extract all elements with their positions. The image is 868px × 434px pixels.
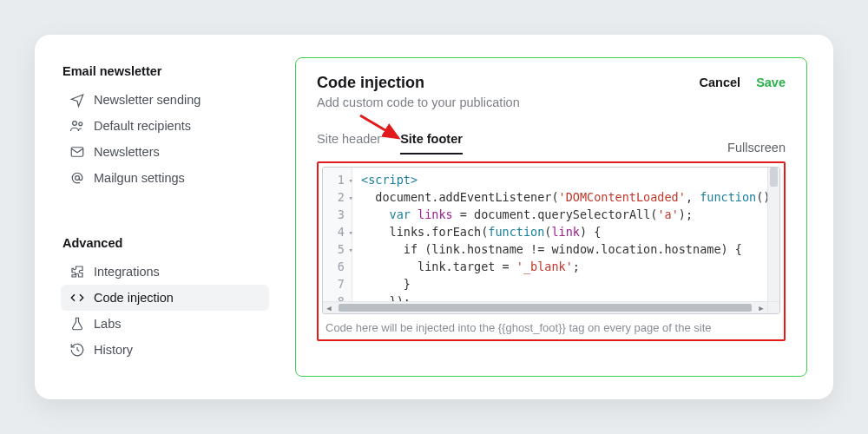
save-button[interactable]: Save (756, 76, 786, 89)
code-editor[interactable]: 1 2 3 4 5 6 7 8 <script> document.addEve… (322, 167, 780, 314)
code-token: }); (361, 294, 411, 301)
line-number: 2 (328, 188, 345, 206)
code-token: function (700, 190, 756, 204)
code-token: 'a' (657, 207, 678, 221)
panel-subtitle: Add custom code to your publication (317, 95, 520, 109)
scrollbar-corner (767, 301, 779, 313)
tabs: Site header Site footer (317, 132, 463, 155)
code-injection-panel: Code injection Add custom code to your p… (295, 57, 807, 377)
sidebar: Email newsletter Newsletter sending Defa… (61, 57, 269, 377)
code-token: '_blank' (516, 260, 573, 273)
code-token (411, 207, 418, 221)
sidebar-item-label: History (94, 343, 133, 357)
cancel-button[interactable]: Cancel (700, 76, 741, 89)
sidebar-item-label: Newsletters (94, 145, 160, 159)
svg-rect-2 (71, 148, 83, 157)
scroll-right-icon[interactable]: ▶ (755, 302, 767, 313)
sidebar-item-label: Mailgun settings (94, 171, 185, 185)
flask-icon (69, 316, 85, 332)
settings-window: Email newsletter Newsletter sending Defa… (35, 35, 833, 399)
sidebar-item-label: Default recipients (94, 119, 191, 133)
svg-point-1 (79, 122, 82, 126)
code-token: 'DOMContentLoaded' (559, 190, 686, 204)
code-token: links.forEach( (361, 225, 488, 239)
code-token: = document.querySelectorAll( (453, 207, 658, 221)
sidebar-item-integrations[interactable]: Integrations (61, 259, 269, 285)
line-number: 5 (328, 240, 345, 258)
sidebar-item-history[interactable]: History (61, 337, 269, 363)
code-token: ; (573, 260, 580, 273)
line-number: 8 (328, 293, 345, 301)
tab-site-footer[interactable]: Site footer (400, 132, 463, 155)
code-token: if (link.hostname != window.location.hos… (361, 242, 742, 256)
envelope-icon (69, 144, 85, 160)
sidebar-item-newsletters[interactable]: Newsletters (61, 139, 269, 165)
code-icon (69, 290, 85, 306)
sidebar-item-mailgun[interactable]: Mailgun settings (61, 165, 269, 191)
fullscreen-button[interactable]: Fullscreen (727, 141, 786, 155)
code-content[interactable]: <script> document.addEventListener('DOMC… (352, 168, 779, 301)
line-number: 1 (328, 171, 345, 188)
sidebar-item-newsletter-sending[interactable]: Newsletter sending (61, 87, 269, 113)
line-gutter: 1 2 3 4 5 6 7 8 (323, 168, 352, 301)
svg-point-0 (73, 122, 77, 126)
vertical-scrollbar[interactable] (767, 168, 779, 301)
at-icon (69, 170, 85, 186)
sidebar-item-labs[interactable]: Labs (61, 311, 269, 337)
panel-title: Code injection (317, 74, 520, 92)
editor-help-text: Code here will be injected into the {{gh… (319, 314, 784, 339)
scrollbar-thumb[interactable] (770, 168, 778, 187)
panel-header: Code injection Add custom code to your p… (317, 74, 786, 109)
section-title-advanced: Advanced (62, 236, 269, 250)
code-token: ); (679, 207, 693, 221)
line-number: 3 (328, 206, 345, 223)
scroll-left-icon[interactable]: ◀ (323, 302, 335, 313)
line-number: 6 (328, 258, 345, 275)
sidebar-item-label: Integrations (94, 265, 160, 279)
code-token: var (390, 207, 411, 221)
line-number: 4 (328, 223, 345, 240)
code-token: ) { (580, 225, 601, 239)
editor-highlight: 1 2 3 4 5 6 7 8 <script> document.addEve… (317, 161, 786, 341)
tab-site-header[interactable]: Site header (317, 132, 381, 155)
code-token: document.addEventListener( (361, 190, 559, 204)
users-icon (69, 118, 85, 134)
code-token: , (686, 190, 700, 204)
code-token: } (361, 277, 411, 291)
horizontal-scrollbar[interactable]: ◀ ▶ (323, 301, 767, 313)
sidebar-item-label: Newsletter sending (94, 93, 201, 107)
puzzle-icon (69, 264, 85, 279)
svg-point-3 (76, 176, 80, 181)
code-token: function (488, 225, 544, 239)
section-title-email: Email newsletter (62, 64, 269, 78)
sidebar-item-label: Code injection (94, 291, 174, 305)
sidebar-item-label: Labs (94, 317, 121, 331)
scrollbar-thumb[interactable] (339, 304, 752, 312)
panel-title-group: Code injection Add custom code to your p… (317, 74, 520, 109)
code-token: <script> (361, 173, 418, 187)
code-token: link (551, 225, 580, 239)
paper-plane-icon (69, 92, 85, 108)
code-token: link.target = (361, 260, 516, 273)
code-token (361, 207, 390, 221)
history-icon (69, 342, 85, 358)
line-number: 7 (328, 275, 345, 293)
panel-actions: Cancel Save (700, 76, 786, 89)
code-token: links (418, 207, 453, 221)
tab-row: Site header Site footer Fullscreen (317, 132, 786, 155)
sidebar-item-default-recipients[interactable]: Default recipients (61, 113, 269, 139)
sidebar-item-code-injection[interactable]: Code injection (61, 285, 269, 311)
